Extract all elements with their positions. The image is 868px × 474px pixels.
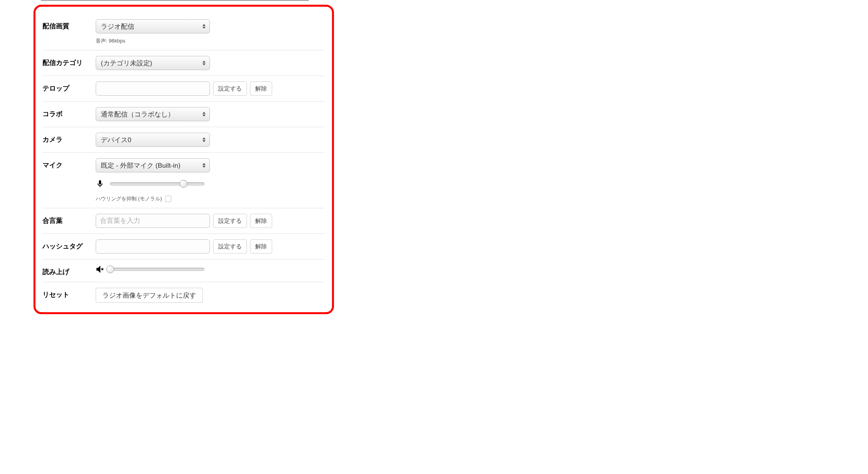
mic-select[interactable]: 既定 - 外部マイク (Built-in) — [96, 158, 210, 172]
mic-slider-thumb[interactable] — [180, 180, 187, 188]
row-password: 合言葉 設定する 解除 — [43, 208, 325, 234]
row-reset: リセット ラジオ画像をデフォルトに戻す — [43, 282, 325, 308]
mic-volume-slider[interactable] — [110, 182, 204, 185]
hashtag-clear-button[interactable]: 解除 — [250, 239, 272, 254]
password-set-button[interactable]: 設定する — [213, 214, 247, 228]
password-label: 合言葉 — [43, 214, 96, 225]
microphone-icon — [96, 180, 104, 188]
camera-select-value: デバイス0 — [101, 135, 131, 144]
quality-select-value: ラジオ配信 — [101, 22, 134, 31]
row-readout: 読み上げ — [43, 259, 325, 282]
chevron-updown-icon — [202, 112, 206, 117]
mic-label: マイク — [43, 158, 96, 170]
hashtag-label: ハッシュタグ — [43, 239, 96, 251]
password-input[interactable] — [96, 214, 210, 228]
chevron-updown-icon — [202, 137, 206, 142]
quality-subtext: 音声: 96kbps — [96, 37, 325, 44]
row-category: 配信カテゴリ (カテゴリ未設定) — [43, 50, 325, 76]
howling-suppression-checkbox[interactable] — [165, 196, 171, 202]
category-label: 配信カテゴリ — [43, 56, 96, 67]
readout-volume-slider[interactable] — [110, 268, 204, 271]
telop-label: テロップ — [43, 81, 96, 93]
hashtag-input[interactable] — [96, 239, 210, 254]
divider-above — [41, 0, 309, 1]
collab-label: コラボ — [43, 107, 96, 119]
chevron-updown-icon — [202, 24, 206, 29]
reset-radio-image-button[interactable]: ラジオ画像をデフォルトに戻す — [96, 288, 203, 303]
speaker-mute-icon — [96, 265, 104, 274]
row-quality: 配信画質 ラジオ配信 音声: 96kbps — [43, 14, 325, 50]
row-camera: カメラ デバイス0 — [43, 127, 325, 153]
telop-clear-button[interactable]: 解除 — [250, 81, 272, 96]
category-select-value: (カテゴリ未設定) — [101, 59, 152, 68]
mic-select-value: 既定 - 外部マイク (Built-in) — [101, 161, 180, 170]
telop-set-button[interactable]: 設定する — [213, 81, 247, 96]
readout-slider-thumb[interactable] — [106, 265, 114, 273]
telop-input[interactable] — [96, 81, 210, 96]
collab-select[interactable]: 通常配信（コラボなし） — [96, 107, 210, 121]
row-collab: コラボ 通常配信（コラボなし） — [43, 102, 325, 127]
camera-label: カメラ — [43, 133, 96, 144]
camera-select[interactable]: デバイス0 — [96, 133, 210, 147]
hashtag-set-button[interactable]: 設定する — [213, 239, 247, 254]
readout-label: 読み上げ — [43, 265, 96, 276]
category-select[interactable]: (カテゴリ未設定) — [96, 56, 210, 70]
quality-label: 配信画質 — [43, 19, 96, 31]
collab-select-value: 通常配信（コラボなし） — [101, 110, 174, 119]
reset-label: リセット — [43, 288, 96, 299]
row-mic: マイク 既定 - 外部マイク (Built-in) ハウリングを抑制 (モノラル… — [43, 153, 325, 208]
settings-panel-highlight: 配信画質 ラジオ配信 音声: 96kbps 配信カテゴリ (カテゴリ未設定) テ — [33, 5, 334, 314]
quality-select[interactable]: ラジオ配信 — [96, 19, 210, 33]
row-telop: テロップ 設定する 解除 — [43, 76, 325, 102]
chevron-updown-icon — [202, 163, 206, 168]
password-clear-button[interactable]: 解除 — [250, 214, 272, 228]
howling-suppression-label: ハウリングを抑制 (モノラル) — [96, 195, 162, 202]
row-hashtag: ハッシュタグ 設定する 解除 — [43, 234, 325, 259]
chevron-updown-icon — [202, 61, 206, 65]
